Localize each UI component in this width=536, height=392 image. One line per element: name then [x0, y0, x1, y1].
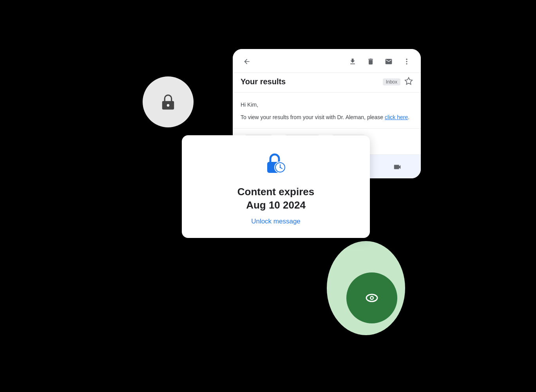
eye-icon — [362, 288, 382, 308]
svg-point-1 — [167, 104, 170, 107]
click-here-link[interactable]: click here — [385, 114, 408, 120]
email-content: To view your results from your visit wit… — [241, 113, 413, 122]
delete-button[interactable] — [364, 55, 377, 68]
back-arrow-icon — [243, 58, 251, 65]
lock-circle-decoration — [143, 76, 194, 127]
email-greeting: Hi Kim, — [241, 100, 413, 109]
email-body: Hi Kim, To view your results from your v… — [233, 93, 421, 129]
star-icon — [404, 77, 413, 85]
star-button[interactable] — [404, 77, 413, 87]
lock-icon — [158, 92, 178, 112]
email-header — [233, 49, 421, 73]
nav-meet-button[interactable] — [388, 160, 407, 174]
email-subject: Your results — [241, 77, 379, 86]
expiry-clock-icon — [262, 149, 290, 178]
svg-point-5 — [406, 59, 407, 60]
svg-point-13 — [280, 167, 281, 168]
email-title-row: Your results Inbox — [233, 73, 421, 93]
envelope-icon — [385, 58, 393, 65]
mark-read-button[interactable] — [382, 55, 395, 68]
unlock-message-link[interactable]: Unlock message — [251, 218, 301, 225]
back-button[interactable] — [241, 55, 253, 68]
expiry-title: Content expires Aug 10 2024 — [237, 185, 315, 212]
inbox-badge: Inbox — [383, 78, 400, 85]
svg-point-4 — [371, 297, 373, 299]
nav-meet-icon — [393, 163, 402, 171]
trash-icon — [367, 58, 375, 65]
more-options-button[interactable] — [400, 55, 413, 68]
svg-point-6 — [406, 61, 407, 62]
header-right — [346, 55, 413, 68]
download-button[interactable] — [346, 55, 359, 68]
svg-point-7 — [406, 63, 407, 64]
more-vert-icon — [403, 58, 411, 65]
download-icon — [349, 58, 357, 65]
header-left — [241, 55, 253, 68]
eye-circle-decoration — [346, 272, 397, 323]
